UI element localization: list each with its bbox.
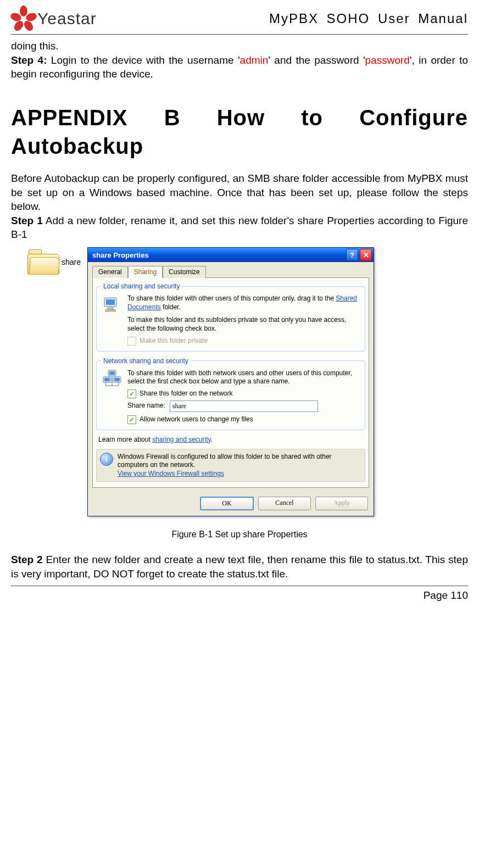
apply-button: Apply xyxy=(315,497,368,510)
checkbox-share-network[interactable]: ✓ xyxy=(127,390,136,398)
step1-label: Step 1 xyxy=(11,215,43,226)
step1-text: Add a new folder, rename it, and set thi… xyxy=(11,215,468,241)
svg-rect-5 xyxy=(104,378,110,381)
local-legend: Local sharing and security xyxy=(101,282,182,290)
label-make-private: Make this folder private xyxy=(140,337,208,346)
local-line2: To make this folder and its subfolders p… xyxy=(127,316,346,332)
local-sharing-group: Local sharing and security To share this… xyxy=(96,282,365,351)
firewall-text: Windows Firewall is configured to allow … xyxy=(118,453,332,469)
cancel-button[interactable]: Cancel xyxy=(258,497,311,510)
ok-button[interactable]: OK xyxy=(200,497,254,510)
close-button[interactable]: ✕ xyxy=(360,249,372,261)
step4-username: admin xyxy=(240,54,269,66)
step4-text-b: ' and the password ' xyxy=(268,54,365,66)
firewall-info: i Windows Firewall is configured to allo… xyxy=(96,449,365,482)
tab-body: Local sharing and security To share this… xyxy=(92,277,369,488)
step4-password: password xyxy=(365,54,410,66)
step1-paragraph: Step 1 Add a new folder, rename it, and … xyxy=(11,214,468,242)
figure-caption: Figure B-1 Set up share Properties xyxy=(11,530,468,539)
brand-name: Yeastar xyxy=(37,9,97,28)
local-line1b: folder. xyxy=(161,303,181,311)
network-legend: Network sharing and security xyxy=(101,357,191,365)
network-icon xyxy=(101,369,123,391)
appendix-heading: APPENDIX B How to Configure Autobackup xyxy=(11,103,468,160)
share-folder: share xyxy=(27,249,81,275)
flower-icon xyxy=(11,5,37,32)
page-footer: Page 110 xyxy=(11,586,468,602)
dialog-buttons: OK Cancel Apply xyxy=(88,492,374,516)
learn-prefix: Learn more about xyxy=(98,436,152,443)
share-name-label: Share name: xyxy=(127,402,165,410)
step4-text-a: Login to the device with the username ' xyxy=(47,54,239,66)
svg-rect-9 xyxy=(109,371,115,375)
step4-label: Step 4: xyxy=(11,54,47,66)
brand-logo: Yeastar xyxy=(11,5,97,32)
dialog-titlebar: share Properties ? ✕ xyxy=(88,248,374,262)
step2-paragraph: Step 2 Enter the new folder and create a… xyxy=(11,553,468,581)
tab-customize[interactable]: Customize xyxy=(163,266,206,278)
folder-icon xyxy=(27,249,58,275)
step2-text: Enter the new folder and create a new te… xyxy=(11,554,468,580)
dialog-title: share Properties xyxy=(92,251,149,259)
appendix-intro: Before Autobackup can be properly config… xyxy=(11,171,468,214)
share-properties-dialog: share Properties ? ✕ General Sharing Cus… xyxy=(87,247,374,516)
svg-rect-1 xyxy=(106,299,115,305)
tab-general[interactable]: General xyxy=(92,266,128,278)
tab-sharing[interactable]: Sharing xyxy=(128,266,163,278)
svg-rect-3 xyxy=(105,310,115,311)
checkbox-make-private xyxy=(127,337,136,346)
share-name-input[interactable] xyxy=(170,400,318,412)
step2-label: Step 2 xyxy=(11,554,43,565)
checkbox-allow-change[interactable]: ✓ xyxy=(127,415,136,424)
network-line1: To share this folder with both network u… xyxy=(127,369,352,386)
manual-title: MyPBX SOHO User Manual xyxy=(269,11,468,26)
sharing-security-link[interactable]: sharing and security xyxy=(152,436,211,443)
local-line1a: To share this folder with other users of… xyxy=(127,294,336,302)
label-share-network: Share this folder on the network xyxy=(140,390,232,398)
help-button[interactable]: ? xyxy=(346,249,358,261)
continuation-line: doing this. xyxy=(11,39,468,53)
learn-suffix: . xyxy=(211,436,213,443)
info-icon: i xyxy=(100,453,113,466)
label-allow-change: Allow network users to change my files xyxy=(140,415,253,424)
svg-rect-2 xyxy=(108,308,113,310)
learn-more: Learn more about sharing and security. xyxy=(98,436,365,443)
folder-label: share xyxy=(62,258,81,266)
computer-icon xyxy=(101,294,123,316)
tabs: General Sharing Customize xyxy=(88,262,374,277)
step4-paragraph: Step 4: Login to the device with the use… xyxy=(11,53,468,81)
page-header: Yeastar MyPBX SOHO User Manual xyxy=(11,5,468,35)
firewall-settings-link[interactable]: View your Windows Firewall settings xyxy=(118,470,224,477)
svg-rect-7 xyxy=(114,378,120,381)
network-sharing-group: Network sharing and security xyxy=(96,357,365,430)
figure-b1: share share Properties ? ✕ General Shari… xyxy=(11,247,468,539)
local-text: To share this folder with other users of… xyxy=(127,294,360,346)
network-text: To share this folder with both network u… xyxy=(127,369,360,425)
